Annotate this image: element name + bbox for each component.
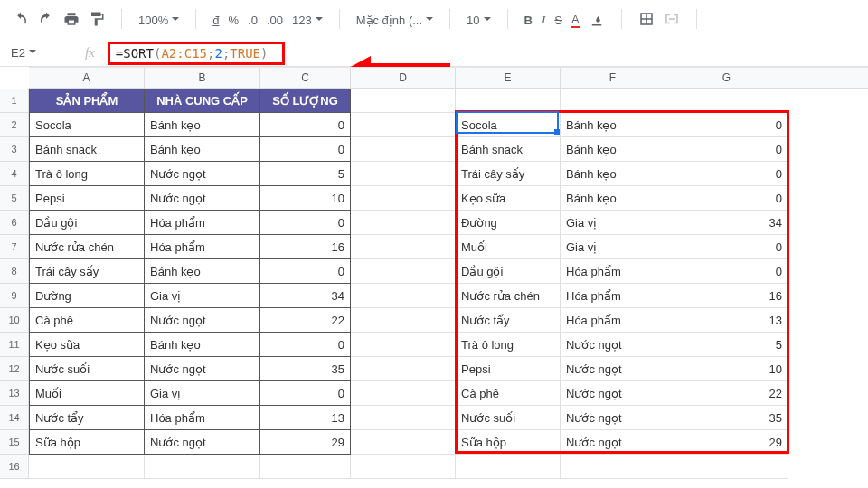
percent-button[interactable]: % [228,14,239,27]
table-header[interactable]: SỐ LƯỢNG [260,89,351,113]
cell[interactable] [665,455,788,479]
cell[interactable]: Nước rửa chén [29,235,145,259]
cell[interactable]: Gia vị [145,284,260,308]
cell[interactable]: Bánh snack [29,137,145,162]
cell[interactable] [351,357,456,381]
cell[interactable]: 0 [665,186,788,211]
cell[interactable] [351,162,456,186]
cell[interactable] [260,455,351,479]
cell[interactable]: 0 [260,259,351,284]
cell[interactable]: Nước ngọt [561,333,665,357]
cell[interactable] [351,186,456,211]
cell[interactable] [145,455,260,479]
col-header-c[interactable]: C [260,68,351,88]
row-header[interactable]: 8 [0,259,29,284]
cell[interactable]: Muối [29,381,145,406]
text-color-button[interactable]: A [571,13,580,28]
cell[interactable]: 34 [260,284,351,308]
name-box[interactable]: E2 [7,46,72,60]
cell[interactable]: Nước ngọt [145,430,260,455]
cell[interactable]: 10 [665,357,788,381]
cell[interactable]: Muối [456,235,561,259]
cell[interactable]: 16 [260,235,351,259]
cell[interactable]: Nước ngọt [561,381,665,406]
cell[interactable] [351,430,456,455]
cell[interactable]: Pepsi [29,186,145,211]
cell[interactable]: Đường [456,211,561,235]
cell[interactable]: Socola [456,113,561,137]
cell[interactable] [351,284,456,308]
cell[interactable]: Bánh kẹo [145,259,260,284]
cell[interactable]: Socola [29,113,145,137]
cell[interactable]: 0 [665,162,788,186]
cell[interactable]: Trà ô long [29,162,145,186]
cell[interactable]: 13 [260,406,351,430]
cell[interactable]: Nước ngọt [145,186,260,211]
cell[interactable]: Bánh snack [456,137,561,162]
cell[interactable]: 5 [260,162,351,186]
cell[interactable]: 0 [260,381,351,406]
cell[interactable]: Hóa phẩm [145,235,260,259]
row-header[interactable]: 11 [0,333,29,357]
row-header[interactable]: 3 [0,137,29,162]
dec-increase-button[interactable]: .00 [267,14,283,27]
undo-icon[interactable] [13,11,29,30]
col-header-e[interactable]: E [456,68,561,88]
cell[interactable]: 22 [260,308,351,333]
cell[interactable]: Bánh kẹo [145,333,260,357]
cell[interactable]: 35 [665,406,788,430]
cell[interactable]: Hóa phẩm [561,284,665,308]
cell[interactable]: Nước ngọt [561,357,665,381]
cell[interactable]: Nước ngọt [145,162,260,186]
cell[interactable] [351,235,456,259]
cell[interactable]: Nước tẩy [456,308,561,333]
row-header[interactable]: 9 [0,284,29,308]
cell[interactable]: Dầu gội [456,259,561,284]
col-header-b[interactable]: B [145,68,260,88]
cell[interactable]: Trái cây sấy [29,259,145,284]
cell[interactable]: 0 [665,113,788,137]
cell[interactable]: 0 [260,211,351,235]
cell[interactable]: Nước ngọt [145,357,260,381]
cell[interactable] [561,89,665,113]
cell[interactable] [29,455,145,479]
cell[interactable] [351,211,456,235]
cell[interactable] [351,89,456,113]
cell[interactable]: Gia vị [145,381,260,406]
cell[interactable] [351,406,456,430]
cell[interactable]: 0 [260,137,351,162]
cell[interactable]: 29 [665,430,788,455]
cell[interactable]: Nước tẩy [29,406,145,430]
fill-color-icon[interactable] [589,11,605,30]
cell[interactable]: Gia vị [561,211,665,235]
cell[interactable]: Bánh kẹo [561,186,665,211]
row-header[interactable]: 12 [0,357,29,381]
row-header[interactable]: 4 [0,162,29,186]
cell[interactable]: Hóa phẩm [561,308,665,333]
cell[interactable] [665,89,788,113]
row-header[interactable]: 16 [0,455,29,479]
cell[interactable]: 0 [260,113,351,137]
cell[interactable] [351,137,456,162]
cell[interactable] [351,259,456,284]
cell[interactable]: Nước suối [456,406,561,430]
cell[interactable]: Sữa hộp [29,430,145,455]
cell[interactable]: Trà ô long [456,333,561,357]
cell[interactable]: Nước ngọt [561,406,665,430]
cell[interactable]: 16 [665,284,788,308]
cell[interactable]: 0 [665,235,788,259]
dec-decrease-button[interactable]: .0 [248,14,258,27]
cell[interactable]: Nước rửa chén [456,284,561,308]
currency-button[interactable]: đ [212,14,219,27]
table-header[interactable]: SẢN PHẨM [29,89,145,113]
table-header[interactable]: NHÀ CUNG CẤP [145,89,260,113]
redo-icon[interactable] [38,11,54,30]
cell[interactable]: Bánh kẹo [561,137,665,162]
cell[interactable]: Trái cây sấy [456,162,561,186]
paint-format-icon[interactable] [89,11,105,30]
cells-area[interactable]: SẢN PHẨMNHÀ CUNG CẤPSỐ LƯỢNGSocolaBánh k… [29,89,788,479]
cell[interactable]: Cà phê [456,381,561,406]
formula-input[interactable]: =SORT(A2:C15;2;TRUE) [108,42,285,65]
row-header[interactable]: 6 [0,211,29,235]
cell[interactable]: Pepsi [456,357,561,381]
